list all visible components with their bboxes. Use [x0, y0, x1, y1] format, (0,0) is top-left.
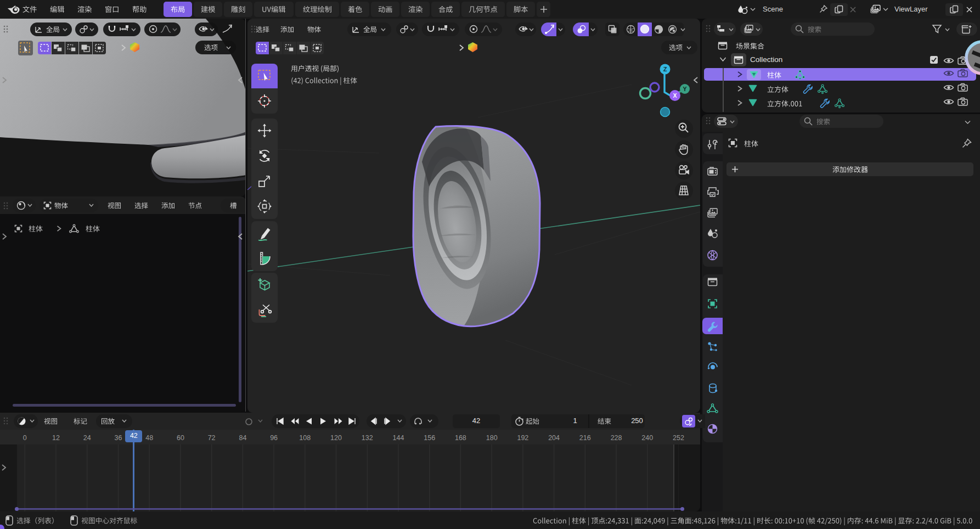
- svg-text:168: 168: [455, 434, 466, 442]
- svg-text:Y: Y: [683, 86, 686, 92]
- svg-text:228: 228: [611, 434, 622, 442]
- svg-text:24: 24: [83, 434, 91, 442]
- svg-text:Z: Z: [663, 66, 667, 72]
- svg-text:X: X: [673, 92, 677, 99]
- svg-text:12: 12: [52, 434, 60, 442]
- svg-text:120: 120: [330, 434, 342, 442]
- svg-text:204: 204: [548, 434, 560, 442]
- svg-text:84: 84: [239, 434, 246, 442]
- svg-text:60: 60: [177, 434, 184, 442]
- svg-text:180: 180: [486, 434, 498, 442]
- svg-text:192: 192: [517, 434, 528, 442]
- svg-text:36: 36: [115, 434, 122, 442]
- svg-text:72: 72: [208, 434, 216, 442]
- svg-text:216: 216: [579, 434, 591, 442]
- svg-text:0: 0: [23, 434, 27, 442]
- svg-text:48: 48: [145, 434, 153, 442]
- svg-text:96: 96: [270, 434, 278, 442]
- svg-text:156: 156: [424, 434, 435, 442]
- svg-text:144: 144: [393, 434, 404, 442]
- svg-text:240: 240: [641, 434, 653, 442]
- svg-text:252: 252: [673, 434, 684, 442]
- svg-text:132: 132: [362, 434, 373, 442]
- svg-text:108: 108: [299, 434, 311, 442]
